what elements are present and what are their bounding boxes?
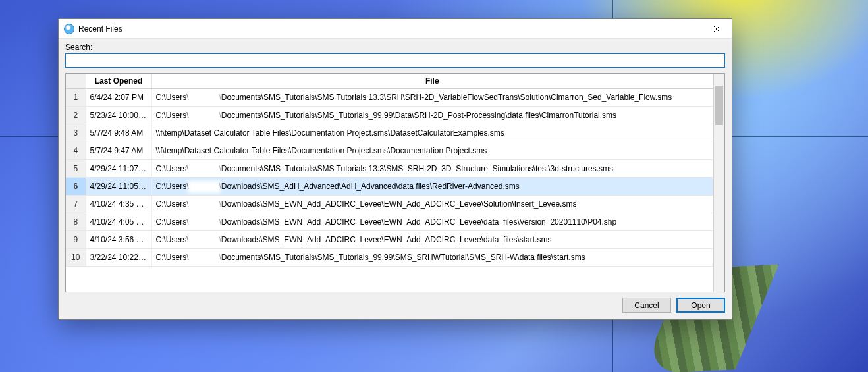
row-last-opened: 4/10/24 4:05 PM <box>86 213 151 231</box>
row-index: 5 <box>66 160 86 178</box>
vertical-scrollbar[interactable] <box>713 74 724 292</box>
table-row[interactable]: 84/10/24 4:05 PMC:\Users\\Downloads\SMS_… <box>66 213 713 231</box>
search-label: Search: <box>65 43 725 52</box>
col-last-opened[interactable]: Last Opened <box>86 74 151 89</box>
app-icon <box>64 24 74 34</box>
redacted-username <box>190 255 218 261</box>
row-last-opened: 6/4/24 2:07 PM <box>86 89 151 107</box>
row-file-path: C:\Users\\Documents\SMS_Tutorials\SMS Tu… <box>151 160 713 178</box>
table-body: 16/4/24 2:07 PMC:\Users\\Documents\SMS_T… <box>66 89 713 267</box>
redacted-username <box>190 184 218 190</box>
col-file[interactable]: File <box>151 74 713 89</box>
table-row[interactable]: 16/4/24 2:07 PMC:\Users\\Documents\SMS_T… <box>66 89 713 107</box>
table-row[interactable]: 103/22/24 10:22 AMC:\Users\\Documents\SM… <box>66 249 713 267</box>
row-last-opened: 3/22/24 10:22 AM <box>86 249 151 267</box>
row-last-opened: 4/29/24 11:07 AM <box>86 160 151 178</box>
row-index: 8 <box>66 213 86 231</box>
row-file-path: C:\Users\\Downloads\SMS_EWN_Add_ADCIRC_L… <box>151 231 713 249</box>
row-last-opened: 4/29/24 11:05 AM <box>86 178 151 196</box>
dialog-buttons: Cancel Open <box>65 292 725 313</box>
recent-files-table: Last Opened File 16/4/24 2:07 PMC:\Users… <box>66 74 713 267</box>
table-row[interactable]: 25/23/24 10:00 AMC:\Users\\Documents\SMS… <box>66 107 713 124</box>
table-row[interactable]: 74/10/24 4:35 PMC:\Users\\Downloads\SMS_… <box>66 196 713 213</box>
close-icon <box>713 26 720 32</box>
recent-files-table-scroll[interactable]: Last Opened File 16/4/24 2:07 PMC:\Users… <box>66 74 713 292</box>
redacted-username <box>190 237 218 244</box>
row-index: 6 <box>66 178 86 196</box>
redacted-username <box>190 95 218 101</box>
row-last-opened: 5/7/24 9:48 AM <box>86 124 151 142</box>
dialog-content: Search: Last Opened File 16/4/24 2:07 <box>59 39 732 319</box>
redacted-username <box>190 166 218 173</box>
row-file-path: C:\Users\\Documents\SMS_Tutorials\SMS_Tu… <box>151 249 713 267</box>
row-file-path: C:\Users\\Downloads\SMS_EWN_Add_ADCIRC_L… <box>151 213 713 231</box>
titlebar: Recent Files <box>59 19 732 39</box>
table-row[interactable]: 35/7/24 9:48 AM\\f\temp\Dataset Calculat… <box>66 124 713 142</box>
recent-files-table-wrap: Last Opened File 16/4/24 2:07 PMC:\Users… <box>65 73 725 292</box>
row-file-path: \\f\temp\Dataset Calculator Table Files\… <box>151 124 713 142</box>
row-index: 10 <box>66 249 86 267</box>
row-file-path: C:\Users\\Downloads\SMS_EWN_Add_ADCIRC_L… <box>151 196 713 213</box>
close-button[interactable] <box>701 19 732 39</box>
table-row[interactable]: 54/29/24 11:07 AMC:\Users\\Documents\SMS… <box>66 160 713 178</box>
recent-files-dialog: Recent Files Search: Last Opened <box>58 18 732 320</box>
row-index: 2 <box>66 107 86 124</box>
row-last-opened: 4/10/24 4:35 PM <box>86 196 151 213</box>
cancel-button[interactable]: Cancel <box>622 298 671 313</box>
row-last-opened: 5/23/24 10:00 AM <box>86 107 151 124</box>
table-row[interactable]: 94/10/24 3:56 PMC:\Users\\Downloads\SMS_… <box>66 231 713 249</box>
row-last-opened: 4/10/24 3:56 PM <box>86 231 151 249</box>
table-row[interactable]: 45/7/24 9:47 AM\\f\temp\Dataset Calculat… <box>66 142 713 160</box>
row-file-path: C:\Users\\Downloads\SMS_AdH_Advanced\AdH… <box>151 178 713 196</box>
redacted-username <box>190 201 218 208</box>
redacted-username <box>190 219 218 226</box>
redacted-username <box>190 113 218 119</box>
row-index: 4 <box>66 142 86 160</box>
col-index[interactable] <box>66 74 86 89</box>
row-index: 3 <box>66 124 86 142</box>
row-file-path: \\f\temp\Dataset Calculator Table Files\… <box>151 142 713 160</box>
row-file-path: C:\Users\\Documents\SMS_Tutorials\SMS_Tu… <box>151 107 713 124</box>
row-last-opened: 5/7/24 9:47 AM <box>86 142 151 160</box>
row-index: 7 <box>66 196 86 213</box>
row-index: 9 <box>66 231 86 249</box>
row-file-path: C:\Users\\Documents\SMS_Tutorials\SMS Tu… <box>151 89 713 107</box>
table-header: Last Opened File <box>66 74 713 89</box>
open-button[interactable]: Open <box>676 298 725 313</box>
window-title: Recent Files <box>78 24 701 34</box>
scrollbar-thumb[interactable] <box>715 86 723 125</box>
search-input[interactable] <box>65 53 725 68</box>
row-index: 1 <box>66 89 86 107</box>
table-row[interactable]: 64/29/24 11:05 AMC:\Users\\Downloads\SMS… <box>66 178 713 196</box>
